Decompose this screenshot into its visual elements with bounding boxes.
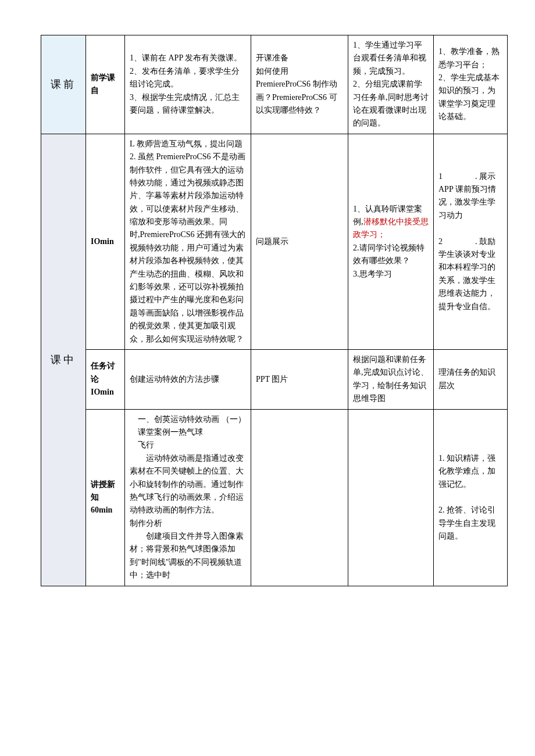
stage-cell-mid1: IOmin	[86, 134, 125, 349]
content-mid3-p1: 一、创英运动特效动画 （一）课堂案例一热气球 飞行	[130, 413, 246, 452]
content-mid3-p3: 创建项目文件并导入图像素材；将背景和热气球图像添加到"时间线"调板的不同视频轨道…	[130, 530, 246, 582]
content-cell-mid3: 一、创英运动特效动画 （一）课堂案例一热气球 飞行 运动特效动画是指通过改变素材…	[125, 409, 251, 586]
question-cell-pre: 开课准备 如何使用 PremiereProCS6 制作动画？PremierePr…	[251, 35, 348, 134]
purpose-mid1-p1: 1 . 展示 APP 课前预习情况，激发学生学习动力	[438, 170, 502, 223]
student-mid1-highlight: 潜移默化中接受思政学习；	[353, 217, 429, 239]
stage-cell-mid2: 任务讨论IOmin	[86, 349, 125, 409]
student-cell-pre: 1、学生通过学习平台观看任务清单和视频，完成预习。 2、分组完成课前学习任务单,…	[348, 35, 434, 134]
purpose-mid1-p2: 2 . 鼓励学生谈谈对专业和本科程学习的关系，激发学生思维表达能力，提升专业自信…	[438, 235, 502, 313]
content-cell-mid1: L 教师营造互动气氛，提出问题 2. 虽然 PremiereProCS6 不是动…	[125, 134, 251, 349]
table-row: 讲授新知60min 一、创英运动特效动画 （一）课堂案例一热气球 飞行 运动特效…	[41, 409, 508, 586]
purpose-cell-mid3: 1. 知识精讲，强化教学难点，加强记忆。 2. 抢答、讨论引导学生自主发现问题。	[434, 409, 508, 586]
table-row: 课中 IOmin L 教师营造互动气氛，提出问题 2. 虽然 PremiereP…	[41, 134, 508, 349]
question-cell-mid3	[251, 409, 348, 586]
student-mid1-p2: 2.请同学讨论视频特效有哪些效果？ 3.思考学习	[353, 243, 425, 278]
purpose-cell-pre: 1、教学准备，熟悉学习平台； 2、学生完成基本知识的预习，为课堂学习奠定理论基础…	[434, 35, 508, 134]
phase-cell-mid: 课中	[41, 134, 86, 586]
content-mid3-p2: 运动特效动画是指通过改变素材在不同关键帧上的位置、大小和旋转制作的动画。通过制作…	[130, 452, 246, 530]
table-row: 任务讨论IOmin 创建运动特效的方法步骤 PPT 图片 根据问题和课前任务单,…	[41, 349, 508, 409]
table-row: 课前 前学课自 1、课前在 APP 发布有关微课。 2、发布任务清单，要求学生分…	[41, 35, 508, 134]
student-cell-mid1: 1、认真聆听课堂案例,潜移默化中接受思政学习； 2.请同学讨论视频特效有哪些效果…	[348, 134, 434, 349]
content-cell-pre: 1、课前在 APP 发布有关微课。 2、发布任务清单，要求学生分组讨论完成。 3…	[125, 35, 251, 134]
question-cell-mid2: PPT 图片	[251, 349, 348, 409]
purpose-cell-mid2: 理清任务的知识层次	[434, 349, 508, 409]
phase-cell-pre: 课前	[41, 35, 86, 134]
student-cell-mid2: 根据问题和课前任务单,完成知识点讨论、学习，绘制任务知识思维导图	[348, 349, 434, 409]
stage-cell-mid3: 讲授新知60min	[86, 409, 125, 586]
purpose-cell-mid1: 1 . 展示 APP 课前预习情况，激发学生学习动力 2 . 鼓励学生谈谈对专业…	[434, 134, 508, 349]
question-cell-mid1: 问题展示	[251, 134, 348, 349]
student-cell-mid3	[348, 409, 434, 586]
stage-cell-pre: 前学课自	[86, 35, 125, 134]
content-cell-mid2: 创建运动特效的方法步骤	[125, 349, 251, 409]
